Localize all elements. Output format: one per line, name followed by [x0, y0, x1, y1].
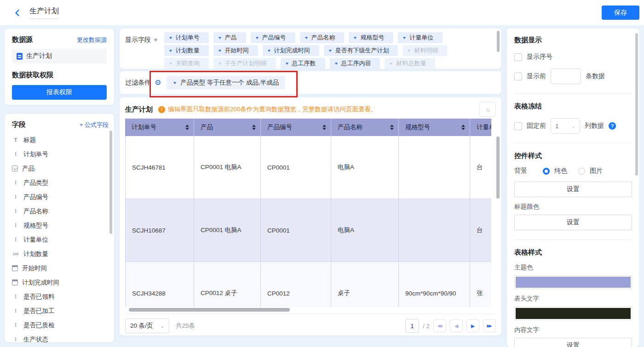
table-row[interactable]: SCJH34288CP0012 桌子CP0012桌子90cm*90cm*90/9…	[125, 262, 491, 307]
table-vertical-scrollbar[interactable]	[496, 137, 500, 199]
select-field-icon	[12, 165, 18, 171]
page-size-value: 20 条/页	[130, 322, 153, 330]
column-header[interactable]: 计划单号	[125, 119, 194, 136]
display-field-chip[interactable]: ▼关联查询	[164, 58, 209, 69]
document-icon	[17, 53, 23, 60]
last-page-button[interactable]: ▶▶	[483, 319, 496, 332]
theme-color-swatch[interactable]	[514, 275, 632, 289]
next-page-button[interactable]: ▶	[466, 319, 479, 332]
display-field-chip[interactable]: ▼是否有下级生产计划	[324, 45, 398, 56]
first-page-button[interactable]: ◀◀	[433, 319, 446, 332]
gear-icon[interactable]: ⚙	[155, 79, 161, 86]
sort-order-button[interactable]: ↑↓	[479, 102, 496, 117]
display-field-chip[interactable]: ▼规格型号	[349, 32, 393, 43]
image-label: 图片	[590, 167, 603, 175]
column-header[interactable]: 产品	[194, 119, 261, 136]
back-icon[interactable]	[14, 9, 21, 17]
content-text-set-button[interactable]: 设置	[514, 338, 632, 347]
field-item[interactable]: 计划完成时间	[12, 275, 109, 290]
show-index-checkbox[interactable]	[514, 53, 522, 61]
display-field-chip[interactable]: ▼计量单位	[398, 32, 443, 43]
display-field-chip[interactable]: ▼计划数量	[164, 45, 209, 56]
display-field-chip[interactable]: ▼材料总数量	[385, 58, 435, 69]
app-window: 生产计划 保存 数据源 更改数据源 生产计划 数据获取权限 报表权限 字段 + …	[0, 0, 644, 347]
display-field-chip[interactable]: ▼产品	[213, 32, 246, 43]
display-field-chip[interactable]: ▼计划完成时间	[263, 45, 319, 56]
prev-page-button[interactable]: ◀	[450, 319, 463, 332]
solid-color-radio[interactable]	[543, 168, 550, 175]
text-field-icon	[12, 222, 19, 229]
chevron-down-icon: ▼	[407, 49, 411, 53]
divider	[514, 239, 632, 240]
settings-scrollbar[interactable]	[635, 33, 638, 176]
add-formula-field-link[interactable]: + 公式字段	[80, 121, 109, 129]
field-item[interactable]: 是否已加工	[12, 304, 109, 318]
column-header[interactable]: 产品名称	[331, 119, 399, 136]
hscroll-thumb[interactable]	[129, 308, 290, 312]
chip-label: 规格型号	[360, 34, 384, 42]
chip-label: 计划完成时间	[274, 46, 310, 55]
save-button[interactable]: 保存	[602, 6, 639, 20]
display-field-chip[interactable]: ▼子生产计划明细	[213, 58, 276, 69]
field-item[interactable]: 计划单号	[12, 147, 109, 161]
current-page-box[interactable]: 1	[405, 319, 419, 333]
fields-scrollbar[interactable]	[109, 131, 112, 234]
background-set-button[interactable]: 设置	[514, 182, 632, 197]
data-display-header: 数据显示	[514, 36, 632, 45]
column-header[interactable]: 计量单位	[470, 119, 491, 136]
change-datasource-link[interactable]: 更改数据源	[77, 36, 107, 44]
field-item[interactable]: 产品编号	[12, 190, 109, 204]
title-field-icon	[12, 137, 19, 144]
sort-icon[interactable]	[322, 125, 326, 130]
field-item[interactable]: 计量单位	[12, 233, 109, 247]
sort-icon[interactable]	[185, 125, 189, 130]
display-fields-panel: 显示字段+ ▼计划单号▼产品▼产品编号▼产品名称▼规格型号▼计量单位▼计划数量▼…	[120, 28, 501, 69]
help-icon[interactable]: ?	[609, 122, 616, 130]
field-item[interactable]: 生产状态	[12, 332, 109, 342]
field-item[interactable]: 产品类型	[12, 176, 109, 190]
display-field-chip[interactable]: ▼材料明细	[402, 45, 447, 56]
report-permission-button[interactable]: 报表权限	[12, 85, 107, 100]
sort-icon[interactable]	[461, 125, 465, 130]
field-item[interactable]: 产品	[12, 161, 109, 176]
datasource-item[interactable]: 生产计划	[12, 49, 107, 63]
sort-icon[interactable]	[390, 125, 394, 130]
display-field-chip[interactable]: ▼总工序内容	[330, 58, 380, 69]
table-horizontal-scrollbar[interactable]	[125, 308, 491, 312]
freeze-checkbox[interactable]	[514, 122, 522, 130]
field-item[interactable]: 标题	[12, 133, 109, 147]
display-fields-scrollbar[interactable]	[497, 31, 500, 52]
permission-header: 数据获取权限	[12, 71, 107, 80]
field-item[interactable]: 规格型号	[12, 218, 109, 233]
display-field-chip[interactable]: ▼产品名称	[300, 32, 345, 43]
freeze-count-select[interactable]: 1 ⌄	[551, 118, 580, 134]
table-cell: 电脑A	[331, 199, 399, 262]
sort-icon[interactable]	[252, 125, 256, 130]
field-item[interactable]: 开始时间	[12, 261, 109, 275]
pagination-bar: 20 条/页 ⌄ 共25条 1 / 2 ◀◀◀▶▶▶	[125, 313, 496, 338]
table-row[interactable]: SCJH10687CP0001 电脑ACP0001电脑A台	[125, 199, 491, 262]
date-field-icon	[12, 265, 18, 271]
show-first-checkbox[interactable]	[514, 73, 522, 80]
field-item[interactable]: 产品名称	[12, 204, 109, 218]
title-color-set-button[interactable]: 设置	[514, 215, 632, 230]
page-size-select[interactable]: 20 条/页 ⌄	[125, 319, 169, 333]
header-text-swatch[interactable]	[514, 307, 632, 320]
image-radio[interactable]	[578, 168, 585, 175]
text-field-icon	[12, 193, 19, 201]
text-field-icon	[12, 336, 19, 343]
add-display-field-button[interactable]: +	[154, 35, 158, 43]
field-item[interactable]: 是否已质检	[12, 318, 109, 332]
filter-condition-chip[interactable]: ▼ 产品类型 等于任意一个 成品,半成品	[167, 76, 285, 90]
display-field-chip[interactable]: ▼计划单号	[164, 32, 209, 43]
column-header[interactable]: 产品编号	[261, 119, 331, 136]
table-cell	[399, 136, 470, 199]
display-field-chip[interactable]: ▼产品编号	[251, 32, 295, 43]
field-item[interactable]: 是否已领料	[12, 290, 109, 304]
table-row[interactable]: SCJH46781CP0001 电脑ACP0001电脑A台	[125, 136, 491, 199]
display-field-chip[interactable]: ▼总工序数	[281, 58, 325, 69]
display-field-chip[interactable]: ▼开始时间	[213, 45, 258, 56]
column-header[interactable]: 规格型号	[399, 119, 470, 136]
field-item[interactable]: 计划数量	[12, 247, 109, 261]
show-first-count-input[interactable]	[551, 68, 581, 84]
